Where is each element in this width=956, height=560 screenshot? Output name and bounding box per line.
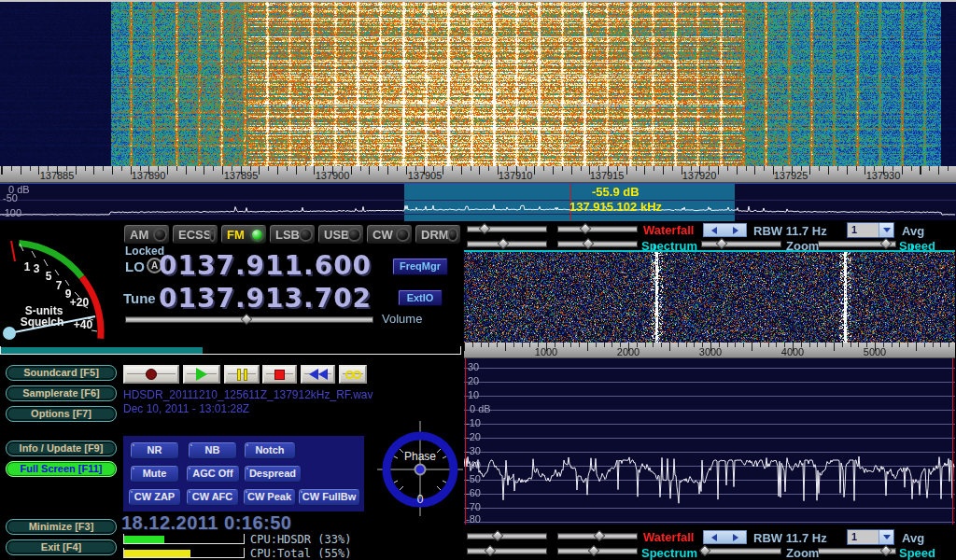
play-button[interactable]: [183, 365, 220, 384]
slider-thumb[interactable]: [716, 238, 728, 250]
db-label: -50: [466, 473, 481, 484]
bottom-speed-slider[interactable]: [818, 548, 896, 554]
play-icon: [196, 368, 207, 381]
arrow-left-icon[interactable]: [711, 534, 717, 541]
notch-button[interactable]: Notch: [244, 441, 296, 459]
freq-label: 137910: [499, 170, 533, 181]
dropdown-button[interactable]: [879, 223, 893, 237]
bottom-waterfall-brightness-slider[interactable]: [467, 533, 547, 539]
dsp-label: CW FullBw: [302, 491, 356, 502]
nr-button[interactable]: NR: [130, 441, 179, 459]
stop-button[interactable]: [262, 365, 297, 384]
volume-slider-thumb[interactable]: [241, 314, 253, 326]
signal-level-readout: -55.9 dB: [592, 185, 640, 199]
top-spectrum-ref-slider[interactable]: [467, 241, 547, 247]
options-button[interactable]: Options [F7]: [6, 406, 117, 422]
samplerate-button[interactable]: Samplerate [F6]: [6, 385, 117, 401]
bottom-waterfall-contrast-slider[interactable]: [557, 533, 638, 539]
slider-thumb[interactable]: [593, 530, 605, 542]
audio-frequency-ruler[interactable]: 1000 2000 3000 4000 5000: [464, 343, 955, 358]
mode-button-fm[interactable]: FM: [220, 224, 267, 245]
loop-button[interactable]: [339, 365, 367, 384]
arrow-right-icon[interactable]: [733, 227, 738, 234]
slider-thumb[interactable]: [583, 238, 595, 250]
s-meter[interactable]: 1 3 5 7 9 +20 +40 S-units Squelch: [0, 222, 120, 345]
cw-fullbw-button[interactable]: CW FullBw: [298, 488, 360, 506]
mode-label: AM: [130, 228, 148, 242]
svg-text:7: 7: [56, 279, 63, 292]
top-zoom-slider[interactable]: [701, 241, 781, 247]
cw-peak-button[interactable]: CW Peak: [243, 488, 296, 506]
exit-button[interactable]: Exit [F4]: [6, 539, 117, 555]
main-frequency-ruler[interactable]: 137885 137890 137895 137900 137905 13791…: [0, 166, 956, 183]
minimize-button[interactable]: Minimize [F3]: [6, 519, 117, 535]
tune-label: Tune: [123, 290, 156, 306]
freq-label: 137930: [866, 170, 901, 181]
spectrum-label[interactable]: Spectrum: [641, 546, 697, 560]
arrow-left-icon[interactable]: [711, 227, 717, 234]
band-arrows-button[interactable]: [703, 530, 747, 544]
mode-button-am[interactable]: AM: [123, 224, 170, 245]
dropdown-button[interactable]: [879, 530, 893, 544]
slider-thumb[interactable]: [880, 545, 893, 557]
slider-thumb[interactable]: [492, 530, 504, 542]
mode-button-lsb[interactable]: LSB: [269, 224, 316, 245]
freqmgr-button[interactable]: FreqMgr: [392, 258, 448, 275]
cpu-total-bar-track: [123, 548, 245, 558]
agc-off-button[interactable]: AGC Off: [186, 465, 240, 483]
bottom-zoom-slider[interactable]: [701, 548, 781, 554]
arrow-right-icon[interactable]: [733, 534, 738, 541]
band-arrows-button[interactable]: [703, 223, 747, 237]
info-update-button[interactable]: Info / Update [F9]: [6, 441, 117, 456]
slider-thumb[interactable]: [479, 223, 491, 235]
main-spectrum-display[interactable]: 0 dB -50 -100 -55.9 dB 137.915.102 kHz: [0, 183, 956, 220]
avg-dropdown[interactable]: 1: [847, 529, 894, 545]
tune-frequency-display[interactable]: 0137.913.702: [159, 283, 372, 314]
mode-button-ecss[interactable]: ECSS: [172, 224, 218, 245]
soundcard-button[interactable]: Soundcard [F5]: [6, 365, 117, 381]
audio-waterfall-display[interactable]: [464, 252, 955, 343]
phase-indicator[interactable]: Phase 0: [377, 421, 463, 516]
bottom-spectrum-ref-slider[interactable]: [467, 548, 547, 554]
cw-afc-button[interactable]: CW AFC: [186, 488, 239, 506]
mode-button-drm[interactable]: DRM: [415, 224, 461, 245]
slider-thumb[interactable]: [580, 223, 592, 235]
rewind-button[interactable]: [301, 365, 335, 384]
squelch-level-track[interactable]: [0, 346, 461, 355]
top-speed-slider[interactable]: [818, 241, 896, 247]
main-waterfall-display[interactable]: [0, 2, 956, 166]
s-meter-needle-hub[interactable]: [3, 327, 16, 340]
mode-button-usb[interactable]: USB: [317, 224, 364, 245]
dsp-label: CW AFC: [192, 491, 233, 502]
mode-button-cw[interactable]: CW: [366, 224, 413, 245]
top-waterfall-contrast-slider[interactable]: [557, 226, 638, 232]
top-waterfall-brightness-slider[interactable]: [467, 226, 547, 232]
dsp-label: CW ZAP: [134, 491, 175, 502]
avg-dropdown[interactable]: 1: [847, 222, 894, 238]
audio-waterfall-frame: [464, 250, 955, 343]
cw-zap-button[interactable]: CW ZAP: [128, 488, 181, 506]
top-spectrum-range-slider[interactable]: [557, 241, 638, 247]
extio-button[interactable]: ExtIO: [398, 289, 443, 306]
slider-thumb[interactable]: [587, 545, 599, 557]
freq-label: 137905: [408, 170, 443, 181]
db-label: -10: [466, 417, 481, 428]
audio-spectrum-display[interactable]: 30 20 10 0 dB -10 -20 -30 -40 -50 -60 -7…: [464, 358, 955, 525]
lo-frequency-display[interactable]: 0137.911.600: [159, 250, 372, 281]
mute-button[interactable]: Mute: [130, 465, 179, 483]
slider-thumb[interactable]: [880, 238, 893, 250]
despread-button[interactable]: Despread: [244, 465, 302, 483]
record-button[interactable]: [123, 365, 179, 384]
waterfall-label[interactable]: Waterfall: [643, 223, 694, 237]
mode-led-icon: [211, 230, 214, 240]
slider-thumb[interactable]: [484, 545, 496, 557]
pause-button[interactable]: [224, 365, 260, 384]
bottom-spectrum-range-slider[interactable]: [557, 548, 638, 554]
slider-thumb[interactable]: [497, 238, 509, 250]
waterfall-label[interactable]: Waterfall: [643, 530, 694, 544]
slider-thumb[interactable]: [698, 545, 710, 557]
fullscreen-button[interactable]: Full Screen [F11]: [6, 461, 117, 477]
cpu-total-bar: [124, 550, 190, 557]
volume-slider[interactable]: [125, 316, 373, 323]
nb-button[interactable]: NB: [188, 441, 237, 459]
